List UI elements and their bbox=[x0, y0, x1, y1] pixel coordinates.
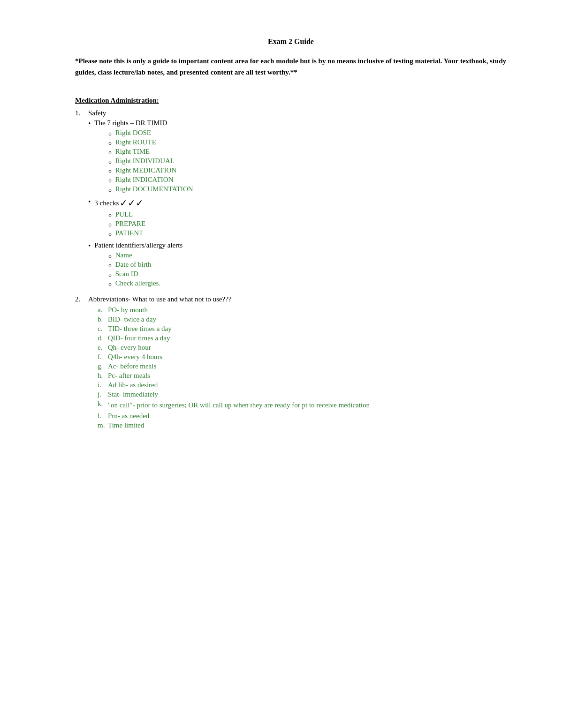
alpha-label-g: g. bbox=[98, 362, 108, 370]
circle-symbol: o bbox=[108, 139, 112, 147]
circle-item-patient: o PATIENT bbox=[108, 229, 145, 238]
check-marks: ✓✓✓ bbox=[120, 197, 144, 209]
abbrev-ac: Ac- before meals bbox=[108, 362, 156, 370]
num-marker-2: 2. bbox=[75, 295, 88, 303]
alpha-label-l: l. bbox=[98, 412, 108, 420]
three-checks-text: 3 checks ✓✓✓ bbox=[94, 197, 145, 209]
alpha-item-i: i. Ad lib- as desired bbox=[98, 381, 507, 389]
right-time: Right TIME bbox=[115, 148, 150, 156]
circle-item-dose: o Right DOSE bbox=[108, 129, 193, 137]
abbrev-qh: Qh- every hour bbox=[108, 344, 151, 352]
abbrev-tid: TID- three times a day bbox=[108, 325, 172, 333]
right-indication: Right INDICATION bbox=[115, 176, 174, 184]
num-content-2: Abbreviations- What to use and what not … bbox=[88, 295, 507, 431]
rights-circle-list: o Right DOSE o Right ROUTE o Right TIME bbox=[108, 129, 193, 194]
id-allergies: Check allergies. bbox=[115, 279, 160, 287]
circle-item-route: o Right ROUTE bbox=[108, 138, 193, 147]
bullet-content-3: Patient identifiers/allergy alerts o Nam… bbox=[94, 241, 183, 290]
alpha-label-b: b. bbox=[98, 315, 108, 323]
alpha-item-g: g. Ac- before meals bbox=[98, 362, 507, 370]
circle-symbol: o bbox=[108, 221, 112, 228]
id-name: Name bbox=[115, 251, 132, 259]
alpha-label-j: j. bbox=[98, 390, 108, 398]
circle-item-prepare: o PREPARE bbox=[108, 220, 145, 228]
abbrev-stat: Stat- immediately bbox=[108, 390, 158, 398]
bullet-symbol-1: • bbox=[88, 120, 91, 128]
alpha-item-c: c. TID- three times a day bbox=[98, 325, 507, 333]
circle-symbol: o bbox=[108, 211, 112, 219]
abbrev-bid: BID- twice a day bbox=[108, 315, 156, 323]
alpha-item-b: b. BID- twice a day bbox=[98, 315, 507, 323]
seven-rights-text: The 7 rights – DR TIMID bbox=[94, 119, 167, 127]
bullet-content-1: The 7 rights – DR TIMID o Right DOSE o R… bbox=[94, 119, 193, 195]
item1-label: Safety bbox=[88, 109, 106, 117]
alpha-label-m: m. bbox=[98, 421, 108, 429]
alpha-list: a. PO- by mouth b. BID- twice a day c. T… bbox=[98, 306, 507, 429]
alpha-item-l: l. Prn- as needed bbox=[98, 412, 507, 420]
abbrev-adlib: Ad lib- as desired bbox=[108, 381, 158, 389]
circle-symbol: o bbox=[108, 186, 112, 194]
medication-section: Medication Administration: 1. Safety • T… bbox=[75, 97, 507, 431]
num-content-1: Safety • The 7 rights – DR TIMID o Right… bbox=[88, 109, 507, 292]
alpha-item-a: a. PO- by mouth bbox=[98, 306, 507, 314]
right-route: Right ROUTE bbox=[115, 138, 156, 146]
numbered-item-1: 1. Safety • The 7 rights – DR TIMID o Ri… bbox=[75, 109, 507, 292]
abbrev-po: PO- by mouth bbox=[108, 306, 148, 314]
alpha-item-d: d. QID- four times a day bbox=[98, 334, 507, 342]
circle-item-name: o Name bbox=[108, 251, 183, 260]
alpha-item-k: k. "on call"- prior to surgeries; OR wil… bbox=[98, 400, 507, 411]
bullet-list-1: • The 7 rights – DR TIMID o Right DOSE o bbox=[88, 119, 507, 290]
circle-item-dob: o Date of birth bbox=[108, 261, 183, 269]
circle-item-indication: o Right INDICATION bbox=[108, 176, 193, 184]
alpha-item-m: m. Time limited bbox=[98, 421, 507, 429]
circle-item-allergies: o Check allergies. bbox=[108, 279, 183, 288]
alpha-label-d: d. bbox=[98, 334, 108, 342]
alpha-label-i: i. bbox=[98, 381, 108, 389]
circle-item-pull: o PULL bbox=[108, 210, 145, 219]
checks-circle-list: o PULL o PREPARE o PATIENT bbox=[108, 210, 145, 238]
circle-symbol: o bbox=[108, 177, 112, 184]
bullet-patient-id: • Patient identifiers/allergy alerts o N… bbox=[88, 241, 507, 290]
bullet-symbol-3: • bbox=[88, 242, 91, 250]
circle-symbol: o bbox=[108, 158, 112, 165]
circle-symbol: o bbox=[108, 230, 112, 238]
circle-symbol: o bbox=[108, 280, 112, 288]
circle-item-documentation: o Right DOCUMENTATION bbox=[108, 185, 193, 194]
bullet-symbol-2: • bbox=[88, 198, 91, 206]
page-container: Exam 2 Guide *Please note this is only a… bbox=[75, 38, 507, 431]
bullet-3checks: • 3 checks ✓✓✓ o PULL bbox=[88, 197, 507, 240]
id-dob: Date of birth bbox=[115, 261, 152, 269]
alpha-label-c: c. bbox=[98, 325, 108, 333]
num-marker-1: 1. bbox=[75, 109, 88, 117]
patient-id-circle-list: o Name o Date of birth o Scan ID bbox=[108, 251, 183, 288]
circle-symbol: o bbox=[108, 262, 112, 269]
circle-symbol: o bbox=[108, 252, 112, 260]
abbrev-qid: QID- four times a day bbox=[108, 334, 170, 342]
circle-symbol: o bbox=[108, 149, 112, 156]
patient-id-text: Patient identifiers/allergy alerts bbox=[94, 241, 183, 249]
circle-symbol: o bbox=[108, 271, 112, 278]
circle-symbol: o bbox=[108, 167, 112, 175]
alpha-label-f: f. bbox=[98, 353, 108, 361]
intro-note: *Please note this is only a guide to imp… bbox=[75, 55, 507, 78]
check-pull: PULL bbox=[115, 210, 133, 218]
circle-symbol: o bbox=[108, 130, 112, 137]
circle-item-time: o Right TIME bbox=[108, 148, 193, 156]
id-scanid: Scan ID bbox=[115, 270, 138, 278]
circle-item-scanid: o Scan ID bbox=[108, 270, 183, 278]
right-dose: Right DOSE bbox=[115, 129, 151, 137]
alpha-label-e: e. bbox=[98, 344, 108, 352]
abbrev-pc: Pc- after meals bbox=[108, 372, 150, 380]
alpha-label-a: a. bbox=[98, 306, 108, 314]
alpha-label-k: k. bbox=[98, 400, 108, 408]
alpha-label-h: h. bbox=[98, 372, 108, 380]
item2-label: Abbreviations- What to use and what not … bbox=[88, 295, 231, 303]
right-documentation: Right DOCUMENTATION bbox=[115, 185, 193, 193]
right-individual: Right INDIVIDUAL bbox=[115, 157, 175, 165]
circle-item-individual: o Right INDIVIDUAL bbox=[108, 157, 193, 165]
numbered-item-2: 2. Abbreviations- What to use and what n… bbox=[75, 295, 507, 431]
bullet-content-2: 3 checks ✓✓✓ o PULL o PREPARE bbox=[94, 197, 145, 240]
circle-item-medication: o Right MEDICATION bbox=[108, 166, 193, 175]
alpha-item-j: j. Stat- immediately bbox=[98, 390, 507, 398]
section-heading: Medication Administration: bbox=[75, 97, 507, 105]
